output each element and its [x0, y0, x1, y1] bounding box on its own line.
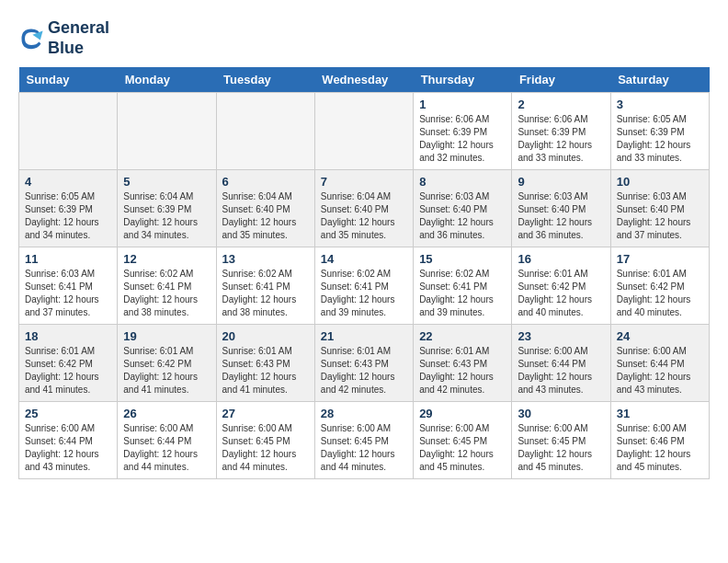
calendar-day-cell: 27Sunrise: 6:00 AMSunset: 6:45 PMDayligh…	[216, 402, 314, 479]
day-info: Sunrise: 6:01 AMSunset: 6:43 PMDaylight:…	[321, 345, 407, 396]
day-number: 12	[123, 252, 210, 266]
day-number: 29	[419, 407, 506, 420]
day-info: Sunrise: 6:01 AMSunset: 6:43 PMDaylight:…	[222, 345, 309, 396]
logo-text: General Blue	[48, 18, 109, 58]
day-number: 19	[123, 329, 210, 343]
day-number: 5	[123, 175, 210, 189]
day-info: Sunrise: 6:00 AMSunset: 6:45 PMDaylight:…	[222, 422, 309, 474]
weekday-header: Tuesday	[216, 67, 314, 93]
day-info: Sunrise: 6:00 AMSunset: 6:44 PMDaylight:…	[123, 422, 210, 474]
calendar-day-cell: 6Sunrise: 6:04 AMSunset: 6:40 PMDaylight…	[216, 170, 314, 247]
calendar-day-cell: 15Sunrise: 6:02 AMSunset: 6:41 PMDayligh…	[414, 247, 512, 325]
calendar-day-cell: 3Sunrise: 6:05 AMSunset: 6:39 PMDaylight…	[610, 93, 709, 170]
day-info: Sunrise: 6:02 AMSunset: 6:41 PMDaylight:…	[222, 268, 309, 319]
calendar-week-row: 4Sunrise: 6:05 AMSunset: 6:39 PMDaylight…	[19, 170, 710, 247]
calendar-day-cell: 25Sunrise: 6:00 AMSunset: 6:44 PMDayligh…	[19, 402, 118, 479]
calendar-day-cell: 2Sunrise: 6:06 AMSunset: 6:39 PMDaylight…	[512, 93, 610, 170]
day-number: 28	[321, 407, 407, 420]
weekday-header: Saturday	[610, 67, 709, 93]
calendar-day-cell: 10Sunrise: 6:03 AMSunset: 6:40 PMDayligh…	[610, 170, 709, 247]
day-number: 3	[617, 98, 703, 111]
day-number: 7	[321, 175, 407, 189]
day-info: Sunrise: 6:01 AMSunset: 6:43 PMDaylight:…	[419, 345, 506, 396]
weekday-header: Sunday	[19, 67, 118, 93]
day-info: Sunrise: 6:02 AMSunset: 6:41 PMDaylight:…	[419, 268, 506, 319]
day-info: Sunrise: 6:00 AMSunset: 6:45 PMDaylight:…	[321, 422, 407, 474]
day-number: 20	[222, 329, 309, 343]
day-info: Sunrise: 6:01 AMSunset: 6:42 PMDaylight:…	[617, 268, 703, 319]
day-number: 30	[518, 407, 604, 420]
day-number: 11	[25, 252, 111, 266]
weekday-header-row: SundayMondayTuesdayWednesdayThursdayFrid…	[19, 67, 710, 93]
day-info: Sunrise: 6:06 AMSunset: 6:39 PMDaylight:…	[518, 113, 604, 165]
day-number: 16	[518, 252, 604, 266]
calendar-day-cell: 31Sunrise: 6:00 AMSunset: 6:46 PMDayligh…	[610, 402, 709, 479]
calendar-day-cell: 5Sunrise: 6:04 AMSunset: 6:39 PMDaylight…	[118, 170, 216, 247]
day-number: 1	[419, 98, 506, 111]
calendar-table: SundayMondayTuesdayWednesdayThursdayFrid…	[18, 67, 710, 479]
day-number: 17	[617, 252, 703, 266]
calendar-day-cell: 8Sunrise: 6:03 AMSunset: 6:40 PMDaylight…	[414, 170, 512, 247]
day-info: Sunrise: 6:05 AMSunset: 6:39 PMDaylight:…	[617, 113, 703, 165]
calendar-day-cell: 20Sunrise: 6:01 AMSunset: 6:43 PMDayligh…	[216, 325, 314, 402]
day-info: Sunrise: 6:03 AMSunset: 6:40 PMDaylight:…	[419, 190, 506, 242]
day-info: Sunrise: 6:04 AMSunset: 6:40 PMDaylight:…	[222, 190, 309, 242]
day-info: Sunrise: 6:02 AMSunset: 6:41 PMDaylight:…	[321, 268, 407, 319]
day-info: Sunrise: 6:06 AMSunset: 6:39 PMDaylight:…	[419, 113, 506, 165]
day-number: 2	[518, 98, 604, 111]
day-number: 9	[518, 175, 604, 189]
day-info: Sunrise: 6:00 AMSunset: 6:44 PMDaylight:…	[25, 422, 111, 474]
calendar-week-row: 1Sunrise: 6:06 AMSunset: 6:39 PMDaylight…	[19, 93, 710, 170]
calendar-day-cell: 23Sunrise: 6:00 AMSunset: 6:44 PMDayligh…	[512, 325, 610, 402]
day-info: Sunrise: 6:01 AMSunset: 6:42 PMDaylight:…	[123, 345, 210, 396]
calendar-day-cell	[118, 93, 216, 170]
day-number: 4	[25, 175, 111, 189]
day-info: Sunrise: 6:03 AMSunset: 6:40 PMDaylight:…	[617, 190, 703, 242]
weekday-header: Thursday	[414, 67, 512, 93]
day-info: Sunrise: 6:00 AMSunset: 6:44 PMDaylight:…	[617, 345, 703, 396]
day-number: 14	[321, 252, 407, 266]
day-number: 31	[617, 407, 703, 420]
day-info: Sunrise: 6:03 AMSunset: 6:40 PMDaylight:…	[518, 190, 604, 242]
day-number: 27	[222, 407, 309, 420]
logo: General Blue	[18, 18, 109, 58]
calendar-day-cell: 24Sunrise: 6:00 AMSunset: 6:44 PMDayligh…	[610, 325, 709, 402]
day-info: Sunrise: 6:03 AMSunset: 6:41 PMDaylight:…	[25, 268, 111, 319]
weekday-header: Monday	[118, 67, 216, 93]
calendar-day-cell: 26Sunrise: 6:00 AMSunset: 6:44 PMDayligh…	[118, 402, 216, 479]
calendar-day-cell: 18Sunrise: 6:01 AMSunset: 6:42 PMDayligh…	[19, 325, 118, 402]
calendar-day-cell	[216, 93, 314, 170]
day-info: Sunrise: 6:00 AMSunset: 6:45 PMDaylight:…	[419, 422, 506, 474]
weekday-header: Wednesday	[314, 67, 413, 93]
day-info: Sunrise: 6:04 AMSunset: 6:39 PMDaylight:…	[123, 190, 210, 242]
day-number: 8	[419, 175, 506, 189]
calendar-day-cell: 12Sunrise: 6:02 AMSunset: 6:41 PMDayligh…	[118, 247, 216, 325]
day-info: Sunrise: 6:00 AMSunset: 6:44 PMDaylight:…	[518, 345, 604, 396]
weekday-header: Friday	[512, 67, 610, 93]
calendar-day-cell: 21Sunrise: 6:01 AMSunset: 6:43 PMDayligh…	[314, 325, 413, 402]
day-number: 6	[222, 175, 309, 189]
calendar-day-cell: 14Sunrise: 6:02 AMSunset: 6:41 PMDayligh…	[314, 247, 413, 325]
day-info: Sunrise: 6:01 AMSunset: 6:42 PMDaylight:…	[25, 345, 111, 396]
day-info: Sunrise: 6:04 AMSunset: 6:40 PMDaylight:…	[321, 190, 407, 242]
day-number: 21	[321, 329, 407, 343]
calendar-day-cell: 9Sunrise: 6:03 AMSunset: 6:40 PMDaylight…	[512, 170, 610, 247]
calendar-week-row: 18Sunrise: 6:01 AMSunset: 6:42 PMDayligh…	[19, 325, 710, 402]
day-number: 13	[222, 252, 309, 266]
calendar-day-cell: 13Sunrise: 6:02 AMSunset: 6:41 PMDayligh…	[216, 247, 314, 325]
calendar-day-cell: 29Sunrise: 6:00 AMSunset: 6:45 PMDayligh…	[414, 402, 512, 479]
logo-icon	[18, 26, 44, 52]
calendar-day-cell	[314, 93, 413, 170]
day-info: Sunrise: 6:00 AMSunset: 6:45 PMDaylight:…	[518, 422, 604, 474]
calendar-day-cell: 22Sunrise: 6:01 AMSunset: 6:43 PMDayligh…	[414, 325, 512, 402]
calendar-day-cell	[19, 93, 118, 170]
calendar-week-row: 25Sunrise: 6:00 AMSunset: 6:44 PMDayligh…	[19, 402, 710, 479]
calendar-day-cell: 7Sunrise: 6:04 AMSunset: 6:40 PMDaylight…	[314, 170, 413, 247]
day-number: 18	[25, 329, 111, 343]
calendar-week-row: 11Sunrise: 6:03 AMSunset: 6:41 PMDayligh…	[19, 247, 710, 325]
calendar-day-cell: 19Sunrise: 6:01 AMSunset: 6:42 PMDayligh…	[118, 325, 216, 402]
day-number: 25	[25, 407, 111, 420]
day-number: 22	[419, 329, 506, 343]
day-number: 26	[123, 407, 210, 420]
calendar-day-cell: 28Sunrise: 6:00 AMSunset: 6:45 PMDayligh…	[314, 402, 413, 479]
